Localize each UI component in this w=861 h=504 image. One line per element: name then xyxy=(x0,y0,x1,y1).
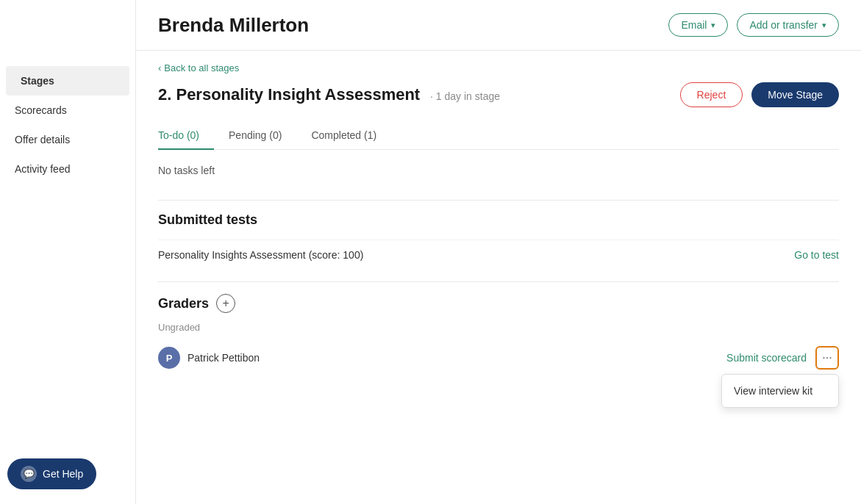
submitted-tests-title: Submitted tests xyxy=(158,212,839,228)
no-tasks-label: No tasks left xyxy=(158,162,839,188)
stage-actions: Reject Move Stage xyxy=(680,82,839,107)
view-interview-kit-item[interactable]: View interview kit xyxy=(722,378,838,404)
grader-info: P Patrick Pettibon xyxy=(158,347,260,369)
sidebar-item-activity-feed[interactable]: Activity feed xyxy=(0,154,135,184)
add-transfer-chevron-icon: ▾ xyxy=(822,21,826,30)
divider-2 xyxy=(158,281,839,282)
go-to-test-link[interactable]: Go to test xyxy=(794,249,839,261)
email-chevron-icon: ▾ xyxy=(711,21,715,30)
page-header: Brenda Millerton Email ▾ Add or transfer… xyxy=(136,0,861,51)
grader-row: P Patrick Pettibon Submit scorecard ··· … xyxy=(158,340,839,375)
divider-1 xyxy=(158,200,839,201)
back-chevron-icon: ‹ xyxy=(158,62,161,73)
submitted-test-row: Personality Insights Assessment (score: … xyxy=(158,240,839,270)
add-grader-button[interactable]: + xyxy=(216,294,235,313)
tab-todo[interactable]: To-do (0) xyxy=(158,122,214,150)
ungraded-label: Ungraded xyxy=(158,322,839,333)
stage-header: 2. Personality Insight Assessment · 1 da… xyxy=(158,82,839,107)
graders-header: Graders + xyxy=(158,294,839,313)
avatar: P xyxy=(158,347,180,369)
more-options-button[interactable]: ··· xyxy=(815,346,839,370)
back-to-stages-link[interactable]: ‹ Back to all stages xyxy=(158,51,839,82)
ellipsis-icon: ··· xyxy=(822,351,832,364)
grader-name: Patrick Pettibon xyxy=(187,352,260,364)
email-button[interactable]: Email ▾ xyxy=(668,13,728,37)
content-area: ‹ Back to all stages 2. Personality Insi… xyxy=(136,51,861,504)
task-tabs: To-do (0) Pending (0) Completed (1) xyxy=(158,122,839,150)
stage-badge: · 1 day in stage xyxy=(430,90,500,102)
stage-title-group: 2. Personality Insight Assessment · 1 da… xyxy=(158,85,500,104)
graders-title: Graders xyxy=(158,296,209,312)
page-title: Brenda Millerton xyxy=(158,14,309,37)
submit-scorecard-link[interactable]: Submit scorecard xyxy=(726,352,807,364)
stage-title: 2. Personality Insight Assessment xyxy=(158,85,420,104)
get-help-button[interactable]: 💬 Get Help xyxy=(7,458,96,489)
plus-icon: + xyxy=(222,297,229,310)
submitted-test-name: Personality Insights Assessment (score: … xyxy=(158,249,363,261)
tab-completed[interactable]: Completed (1) xyxy=(296,122,391,150)
add-transfer-button[interactable]: Add or transfer ▾ xyxy=(737,13,839,37)
dropdown-menu: View interview kit xyxy=(721,374,839,408)
sidebar-item-offer-details[interactable]: Offer details xyxy=(0,125,135,154)
main-content: Brenda Millerton Email ▾ Add or transfer… xyxy=(136,0,861,504)
reject-button[interactable]: Reject xyxy=(680,82,743,107)
grader-actions: Submit scorecard ··· View interview kit xyxy=(726,346,839,370)
tab-pending[interactable]: Pending (0) xyxy=(214,122,296,150)
sidebar: Stages Scorecards Offer details Activity… xyxy=(0,0,136,504)
sidebar-item-stages[interactable]: Stages xyxy=(6,66,129,96)
chat-icon: 💬 xyxy=(21,466,37,482)
move-stage-button[interactable]: Move Stage xyxy=(751,82,839,107)
header-actions: Email ▾ Add or transfer ▾ xyxy=(668,13,839,37)
sidebar-item-scorecards[interactable]: Scorecards xyxy=(0,96,135,125)
